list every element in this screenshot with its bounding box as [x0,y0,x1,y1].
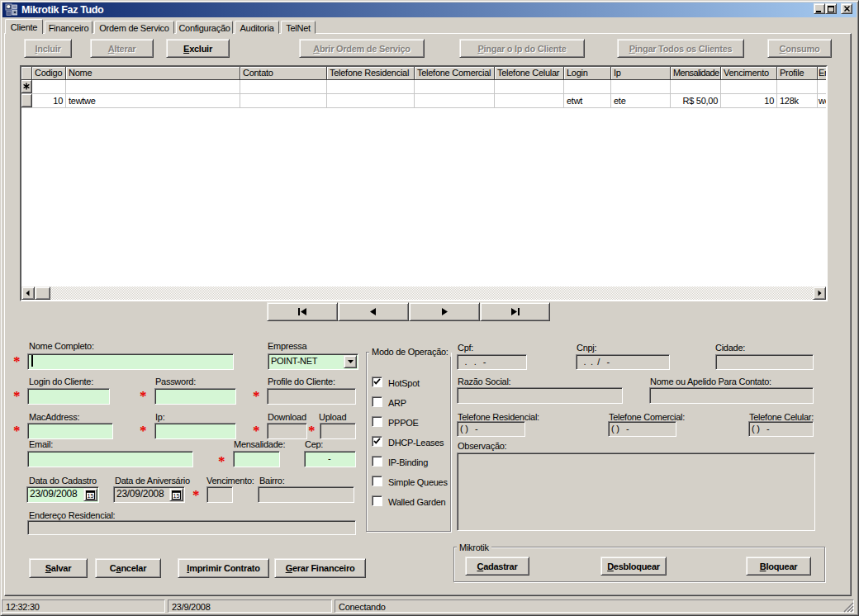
svg-text:15: 15 [173,493,180,499]
svg-text:15: 15 [88,493,94,499]
